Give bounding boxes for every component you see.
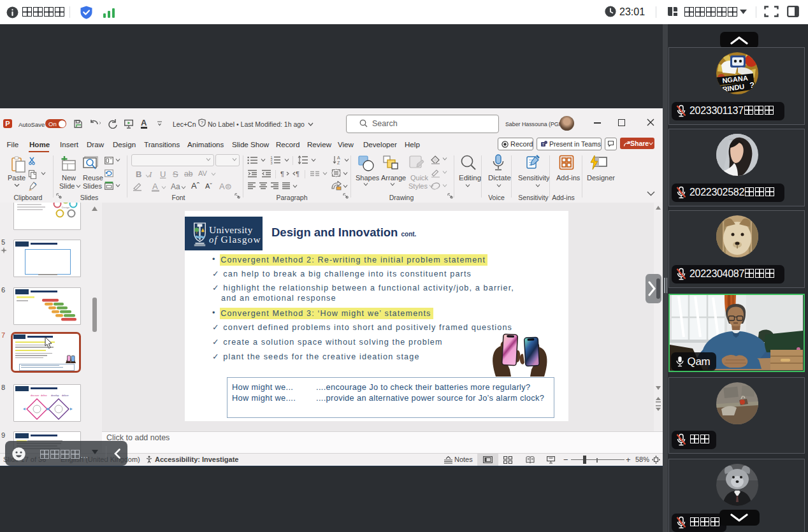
svg-text:A: A	[337, 155, 340, 160]
svg-text:deliver: deliver	[62, 394, 69, 397]
svg-text:develop: develop	[51, 394, 59, 397]
svg-text:Design: Design	[61, 206, 69, 209]
svg-text:¶: ¶	[280, 170, 284, 178]
svg-text:discover: discover	[31, 394, 40, 397]
svg-text:define: define	[41, 394, 47, 397]
svg-text:?: ?	[749, 80, 754, 90]
svg-text:¶: ¶	[296, 170, 299, 178]
svg-text:Z: Z	[337, 161, 340, 165]
svg-text:?: ?	[201, 120, 204, 126]
svg-text:3: 3	[271, 161, 273, 165]
